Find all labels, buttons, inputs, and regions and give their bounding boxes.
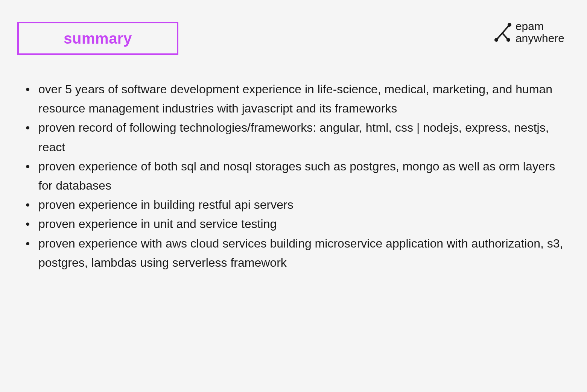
list-item: proven experience of both sql and nosql … [38, 157, 564, 195]
brand-logo-line1: epam [516, 20, 564, 32]
brand-logo: epam anywhere [494, 20, 564, 44]
summary-list: over 5 years of software development exp… [26, 80, 564, 272]
list-item: over 5 years of software development exp… [38, 80, 564, 118]
list-item: proven experience in unit and service te… [38, 214, 564, 234]
list-item: proven experience in building restful ap… [38, 195, 564, 214]
brand-logo-line2: anywhere [516, 32, 564, 44]
summary-header-box: summary [17, 22, 178, 55]
list-item: proven experience with aws cloud service… [38, 234, 564, 272]
brand-logo-text: epam anywhere [516, 20, 564, 44]
epam-anywhere-logo-icon [494, 22, 512, 43]
list-item: proven record of following technologies/… [38, 118, 564, 156]
summary-title: summary [64, 30, 132, 47]
summary-content: over 5 years of software development exp… [26, 80, 564, 272]
